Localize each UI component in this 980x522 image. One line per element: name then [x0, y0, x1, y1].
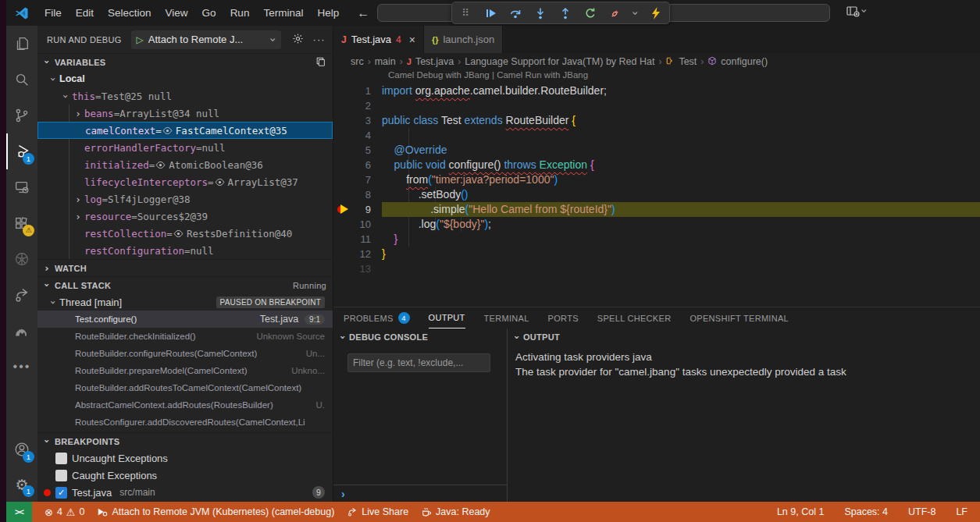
activity-extensions[interactable]: ⚠: [6, 205, 37, 241]
code-line-8[interactable]: 8 .setBody(): [333, 187, 980, 202]
activity-explorer[interactable]: [6, 26, 37, 62]
twisty-icon[interactable]: ›: [72, 211, 84, 222]
code-line-5[interactable]: 5 @Override: [333, 143, 980, 158]
menu-view[interactable]: View: [159, 7, 195, 19]
breakpoint-row[interactable]: Uncaught Exceptions: [37, 449, 333, 467]
activity-more[interactable]: •••: [6, 349, 37, 385]
debug-toolbar-chevron-icon[interactable]: ›: [629, 11, 642, 16]
layout-control[interactable]: ›: [846, 5, 867, 17]
activity-settings[interactable]: ⚙ 1: [6, 467, 37, 502]
step-into-icon[interactable]: [533, 6, 547, 20]
problems-status[interactable]: ⊗ 4 ⚠ 0: [45, 506, 84, 518]
breadcrumb-item[interactable]: Language Support for Java(TM) by Red Hat: [465, 56, 654, 67]
eye-icon[interactable]: [215, 177, 225, 187]
panel-tab-output[interactable]: OUTPUT: [429, 307, 465, 328]
activity-run-and-debug[interactable]: 1: [6, 133, 37, 169]
activity-kubernetes[interactable]: [6, 241, 37, 277]
twisty-icon[interactable]: ›: [60, 90, 72, 102]
activity-camel[interactable]: [6, 313, 37, 349]
panel-tab-openshift-terminal[interactable]: OPENSHIFT TERMINAL: [690, 307, 789, 328]
menu-help[interactable]: Help: [310, 7, 346, 19]
stack-frame[interactable]: RouteBuilder.prepareModel(CamelContext)U…: [37, 362, 333, 379]
panel-tab-spell-checker[interactable]: SPELL CHECKER: [597, 307, 672, 328]
variable-row-restConfiguration[interactable]: ›restConfiguration = null: [37, 242, 333, 259]
code-line-3[interactable]: 3public class Test extends RouteBuilder …: [333, 113, 980, 128]
panel-tab-ports[interactable]: PORTS: [548, 307, 579, 328]
variable-row-log[interactable]: ›log = Slf4jLogger@38: [37, 190, 333, 208]
panel-tab-problems[interactable]: PROBLEMS4: [344, 307, 410, 328]
code-editor[interactable]: 1import org.apache.camel.builder.RouteBu…: [333, 83, 980, 307]
breadcrumb-item[interactable]: Test.java: [415, 56, 454, 67]
stack-frame[interactable]: RouteBuilder.addRoutesToCamelContext(Cam…: [37, 379, 333, 396]
activity-remote-explorer[interactable]: [6, 169, 37, 205]
menu-edit[interactable]: Edit: [69, 7, 101, 19]
variable-row-camelContext[interactable]: ›camelContext = FastCamelContext@35: [37, 122, 333, 139]
debug-console-prompt[interactable]: ›: [333, 485, 507, 502]
code-line-1[interactable]: 1import org.apache.camel.builder.RouteBu…: [333, 83, 980, 98]
eye-icon[interactable]: [173, 229, 184, 239]
indentation[interactable]: Spaces: 4: [844, 506, 888, 517]
views-more-actions-icon[interactable]: ···: [313, 34, 326, 45]
eol-sequence[interactable]: LF: [956, 506, 968, 517]
stack-frame[interactable]: RoutesConfigurer.addDiscoveredRoutes(Cam…: [37, 414, 333, 431]
restart-icon[interactable]: [583, 6, 597, 20]
output-header[interactable]: › OUTPUT: [508, 328, 980, 346]
thread-row[interactable]: › Thread [main] PAUSED ON BREAKPOINT: [37, 293, 333, 311]
twisty-icon[interactable]: ›: [72, 194, 84, 205]
breakpoint-checkbox[interactable]: [55, 453, 67, 464]
eye-icon[interactable]: [162, 126, 173, 136]
disconnect-icon[interactable]: [608, 6, 622, 20]
step-out-icon[interactable]: [558, 6, 572, 20]
camel-lightning-icon[interactable]: [649, 6, 663, 20]
codelens-actions[interactable]: Camel Debug with JBang | Camel Run with …: [333, 70, 980, 83]
remote-indicator[interactable]: ><: [6, 502, 32, 522]
activity-search[interactable]: [6, 62, 37, 98]
code-line-11[interactable]: 11 }: [333, 232, 980, 247]
live-share-status[interactable]: Live Share: [347, 506, 408, 517]
debug-console-filter-input[interactable]: [347, 353, 490, 372]
breakpoint-checkbox[interactable]: ✓: [55, 487, 67, 499]
variable-row-initialized[interactable]: ›initialized = AtomicBoolean@36: [37, 156, 333, 173]
code-line-2[interactable]: 2: [333, 98, 980, 113]
activity-source-control[interactable]: [6, 98, 37, 133]
start-debug-icon[interactable]: ▷: [137, 34, 144, 45]
code-line-13[interactable]: 13: [333, 261, 980, 276]
watch-section-header[interactable]: › WATCH: [37, 259, 333, 276]
drag-grip-icon[interactable]: ⠿: [458, 6, 472, 20]
stack-frame[interactable]: RouteBuilder.configureRoutes(CamelContex…: [37, 345, 333, 362]
cursor-position[interactable]: Ln 9, Col 1: [777, 506, 824, 517]
breadcrumb-item[interactable]: main: [375, 56, 396, 67]
twisty-icon[interactable]: ›: [72, 108, 84, 119]
variable-row-beans[interactable]: ›beans = ArrayList@34 null: [37, 105, 333, 122]
back-icon[interactable]: ←: [357, 6, 369, 20]
menu-file[interactable]: File: [37, 7, 69, 19]
variables-section-header[interactable]: › VARIABLES: [37, 53, 333, 70]
code-line-4[interactable]: 4: [333, 128, 980, 143]
copy-value-icon[interactable]: [315, 56, 326, 69]
code-line-7[interactable]: 7 from("timer:java?period=1000"): [333, 172, 980, 187]
code-line-10[interactable]: 10 .log("${body}");: [333, 217, 980, 232]
launch-config-dropdown[interactable]: ▷ Attach to Remote J... ›: [131, 30, 281, 49]
continue-icon[interactable]: [483, 6, 497, 20]
debug-console-header[interactable]: › DEBUG CONSOLE: [333, 328, 507, 346]
breakpoint-checkbox[interactable]: [55, 470, 67, 481]
menu-selection[interactable]: Selection: [101, 7, 159, 19]
breadcrumb[interactable]: src›main›JTest.java›Language Support for…: [333, 53, 980, 70]
tab-test-java[interactable]: JTest.java4×: [333, 26, 424, 53]
step-over-icon[interactable]: [508, 6, 522, 20]
panel-tab-terminal[interactable]: TERMINAL: [484, 307, 529, 328]
breadcrumb-item[interactable]: src: [351, 56, 364, 67]
call-stack-section-header[interactable]: › CALL STACK Running: [37, 276, 333, 293]
stack-frame[interactable]: AbstractCamelContext.addRoutes(RoutesBui…: [37, 396, 333, 414]
output-log[interactable]: Activating task providers javaThe task p…: [508, 346, 980, 379]
activity-live-share[interactable]: [6, 277, 37, 313]
tab-launch-json[interactable]: {}launch.json: [424, 26, 503, 53]
code-line-9[interactable]: 9 .simple("Hello Camel from ${routeId}"): [333, 202, 980, 217]
java-status[interactable]: Java: Ready: [421, 506, 490, 517]
encoding[interactable]: UTF-8: [908, 506, 935, 517]
close-icon[interactable]: ×: [409, 34, 415, 46]
menu-run[interactable]: Run: [223, 7, 257, 19]
eye-icon[interactable]: [155, 160, 166, 170]
variable-row-this[interactable]: ›this = Test@25 null: [37, 87, 333, 105]
variable-row-Local[interactable]: ›Local: [37, 70, 333, 87]
